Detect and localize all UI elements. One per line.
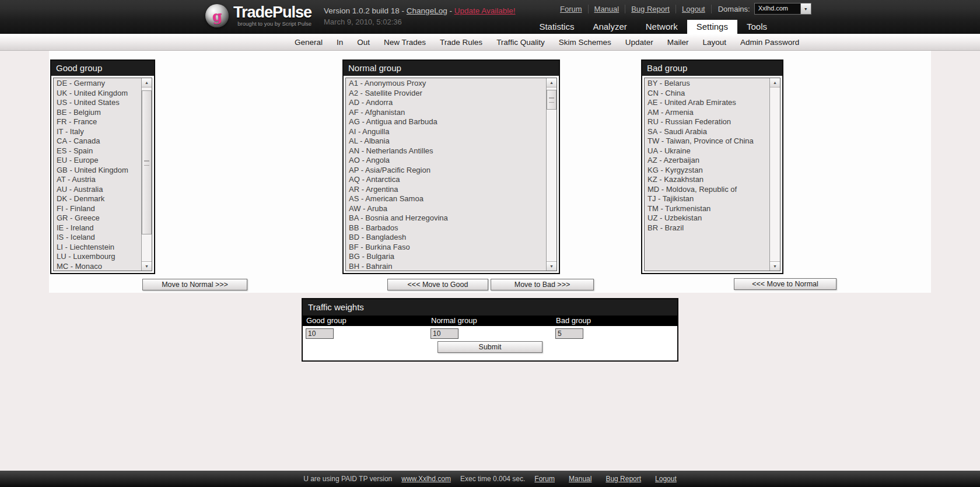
list-item[interactable]: AF - Afghanistan xyxy=(346,108,547,118)
bad-group-listbox[interactable]: BY - BelarusCN - ChinaAE - United Arab E… xyxy=(644,78,780,271)
list-item[interactable]: AL - Albania xyxy=(346,136,547,146)
subnav-link[interactable]: In xyxy=(337,38,343,47)
domains-select[interactable]: Xxlhd.com ▼ xyxy=(754,3,811,15)
scrollbar-thumb[interactable] xyxy=(547,90,556,110)
normal-group-weight-input[interactable] xyxy=(430,328,459,339)
good-group-scrollbar[interactable]: ▲ ▼ xyxy=(141,78,152,271)
list-item[interactable]: TW - Taiwan, Province of China xyxy=(645,136,770,146)
tab-settings[interactable]: Settings xyxy=(687,20,737,34)
tab-statistics[interactable]: Statistics xyxy=(530,20,583,34)
header-link[interactable]: Logout xyxy=(676,5,711,13)
subnav-link[interactable]: Skim Schemes xyxy=(559,38,611,47)
scroll-down-icon[interactable]: ▼ xyxy=(770,261,780,271)
list-item[interactable]: BA - Bosnia and Herzegovina xyxy=(346,213,547,223)
move-to-normal-from-bad-button[interactable]: <<< Move to Normal xyxy=(734,278,836,290)
list-item[interactable]: AS - American Samoa xyxy=(346,194,547,204)
list-item[interactable]: BB - Barbados xyxy=(346,223,547,233)
list-item[interactable]: FI - Finland xyxy=(54,204,142,214)
list-item[interactable]: CN - China xyxy=(645,89,770,99)
list-item[interactable]: UZ - Uzbekistan xyxy=(645,213,770,223)
scrollbar-thumb[interactable] xyxy=(142,90,152,234)
list-item[interactable]: AZ - Azerbaijan xyxy=(645,156,770,166)
subnav-link[interactable]: Updater xyxy=(625,38,653,47)
scroll-up-icon[interactable]: ▲ xyxy=(770,78,780,87)
list-item[interactable]: FR - France xyxy=(54,117,142,127)
list-item[interactable]: AN - Netherlands Antilles xyxy=(346,146,547,156)
subnav-link[interactable]: Traffic Quality xyxy=(496,38,545,47)
list-item[interactable]: AW - Aruba xyxy=(346,204,547,214)
list-item[interactable]: AG - Antigua and Barbuda xyxy=(346,117,547,127)
list-item[interactable]: AE - United Arab Emirates xyxy=(645,98,770,108)
list-item[interactable]: BE - Belgium xyxy=(54,108,142,118)
list-item[interactable]: UK - United Kingdom xyxy=(54,89,142,99)
list-item[interactable]: AR - Argentina xyxy=(346,185,547,195)
list-item[interactable]: DK - Denmark xyxy=(54,194,142,204)
list-item[interactable]: AI - Anguilla xyxy=(346,127,547,137)
list-item[interactable]: IT - Italy xyxy=(54,127,142,137)
header-link[interactable]: Bug Report xyxy=(625,5,676,13)
normal-group-listbox[interactable]: A1 - Anonymous ProxyA2 - Satellite Provi… xyxy=(345,78,557,271)
list-item[interactable]: KG - Kyrgyzstan xyxy=(645,166,770,176)
list-item[interactable]: AU - Australia xyxy=(54,185,142,195)
list-item[interactable]: BD - Bangladesh xyxy=(346,233,547,243)
dropdown-arrow-icon[interactable]: ▼ xyxy=(800,3,811,14)
subnav-link[interactable]: Layout xyxy=(702,38,726,47)
list-item[interactable]: IE - Ireland xyxy=(54,223,142,233)
good-group-listbox[interactable]: DE - GermanyUK - United KingdomUS - Unit… xyxy=(53,78,152,271)
list-item[interactable]: DE - Germany xyxy=(54,79,142,89)
list-item[interactable]: UA - Ukraine xyxy=(645,146,770,156)
normal-group-scrollbar[interactable]: ▲ ▼ xyxy=(546,78,556,271)
list-item[interactable]: ES - Spain xyxy=(54,146,142,156)
list-item[interactable]: IS - Iceland xyxy=(54,233,142,243)
footer-link[interactable]: Bug Report xyxy=(601,475,646,483)
scroll-up-icon[interactable]: ▲ xyxy=(142,78,152,87)
list-item[interactable]: AO - Angola xyxy=(346,156,547,166)
list-item[interactable]: AD - Andorra xyxy=(346,98,547,108)
subnav-link[interactable]: Out xyxy=(357,38,370,47)
submit-button[interactable]: Submit xyxy=(438,341,542,353)
list-item[interactable]: GB - United Kingdom xyxy=(54,166,142,176)
list-item[interactable]: BR - Brazil xyxy=(645,223,770,233)
list-item[interactable]: LU - Luxembourg xyxy=(54,252,142,262)
list-item[interactable]: MC - Monaco xyxy=(54,262,142,271)
list-item[interactable]: AM - Armenia xyxy=(645,108,770,118)
list-item[interactable]: AP - Asia/Pacific Region xyxy=(346,166,547,176)
list-item[interactable]: BF - Burkina Faso xyxy=(346,243,547,253)
move-to-good-button[interactable]: <<< Move to Good xyxy=(387,279,488,290)
bad-group-weight-input[interactable] xyxy=(555,328,583,339)
header-link[interactable]: Forum xyxy=(554,5,588,13)
list-item[interactable]: CA - Canada xyxy=(54,136,142,146)
footer-link[interactable]: Manual xyxy=(564,475,596,483)
list-item[interactable]: AT - Austria xyxy=(54,175,142,185)
subnav-link[interactable]: Mailer xyxy=(667,38,689,47)
list-item[interactable]: A2 - Satellite Provider xyxy=(346,89,547,99)
subnav-link[interactable]: New Trades xyxy=(384,38,426,47)
list-item[interactable]: GR - Greece xyxy=(54,213,142,223)
site-link[interactable]: www.Xxlhd.com xyxy=(397,475,456,483)
list-item[interactable]: BG - Bulgaria xyxy=(346,252,547,262)
list-item[interactable]: A1 - Anonymous Proxy xyxy=(346,79,547,89)
tab-network[interactable]: Network xyxy=(636,20,687,34)
list-item[interactable]: EU - Europe xyxy=(54,156,142,166)
list-item[interactable]: BY - Belarus xyxy=(645,79,770,89)
list-item[interactable]: US - United States xyxy=(54,98,142,108)
good-group-weight-input[interactable] xyxy=(306,328,334,339)
subnav-link[interactable]: Trade Rules xyxy=(440,38,482,47)
list-item[interactable]: AQ - Antarctica xyxy=(346,175,547,185)
subnav-link[interactable]: General xyxy=(295,38,323,47)
tab-analyzer[interactable]: Analyzer xyxy=(583,20,636,34)
list-item[interactable]: BH - Bahrain xyxy=(346,262,547,271)
scroll-down-icon[interactable]: ▼ xyxy=(547,261,556,271)
tab-tools[interactable]: Tools xyxy=(737,20,776,34)
footer-link[interactable]: Logout xyxy=(650,475,681,483)
list-item[interactable]: KZ - Kazakhstan xyxy=(645,175,770,185)
move-to-bad-button[interactable]: Move to Bad >>> xyxy=(491,279,594,290)
move-to-normal-from-good-button[interactable]: Move to Normal >>> xyxy=(142,279,247,290)
list-item[interactable]: TM - Turkmenistan xyxy=(645,204,770,214)
list-item[interactable]: LI - Liechtenstein xyxy=(54,243,142,253)
changelog-link[interactable]: ChangeLog xyxy=(407,6,447,15)
footer-link[interactable]: Forum xyxy=(530,475,559,483)
scroll-down-icon[interactable]: ▼ xyxy=(142,261,152,271)
scroll-up-icon[interactable]: ▲ xyxy=(547,78,556,87)
list-item[interactable]: TJ - Tajikistan xyxy=(645,194,770,204)
